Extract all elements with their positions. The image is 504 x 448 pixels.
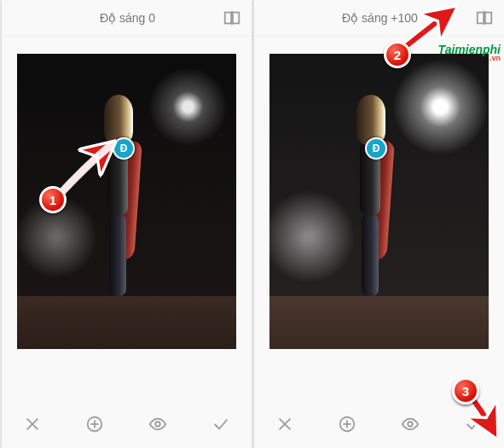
callout-3: 3 — [452, 377, 479, 404]
callout-2: 2 — [384, 41, 411, 68]
annotation-arrows — [0, 0, 504, 448]
watermark: Taimienphi.vn — [438, 43, 501, 62]
callout-1: 1 — [39, 186, 67, 213]
